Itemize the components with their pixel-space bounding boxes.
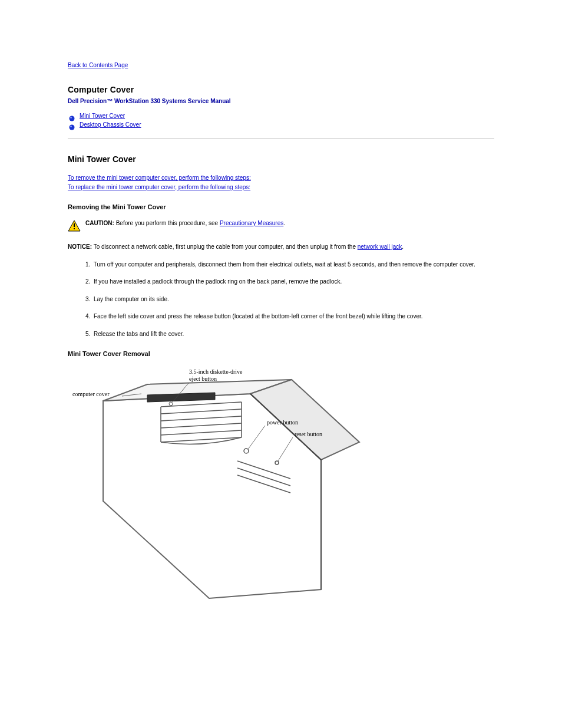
table-of-contents: Mini Tower Cover Desktop Chassis Cover [68,113,494,128]
step-1-text: Turn off your computer and peripherals, … [94,261,475,268]
label-power-button: power button [267,419,298,426]
bullet-icon [69,113,75,119]
notice-label: NOTICE: [68,243,92,250]
back-to-contents-link[interactable]: Back to Contents Page [68,62,128,68]
caution-text: CAUTION: Before you perform this procedu… [85,219,494,228]
svg-point-1 [70,117,72,118]
step-3: 3. Lay the computer on its side. [85,295,494,304]
remove-steps-link[interactable]: To remove the mini tower computer cover,… [68,174,251,181]
caution-body-after: . [283,220,285,226]
svg-point-0 [70,116,75,121]
label-computer-cover: computer cover [72,391,110,397]
step-3-text: Lay the computer on its side. [94,296,169,302]
divider [68,139,494,139]
notice-body-before: To disconnect a network cable, first unp… [94,243,358,250]
toc-item: Mini Tower Cover [68,113,494,119]
svg-point-2 [70,124,75,130]
section-heading-mini-tower: Mini Tower Cover [68,154,494,164]
caution-block: CAUTION: Before you perform this procedu… [68,219,494,234]
toc-link-mini-tower[interactable]: Mini Tower Cover [80,113,125,119]
step-4: 4. Face the left side cover and press th… [85,312,494,321]
label-reset-button: reset button [295,431,322,437]
toc-link-desktop[interactable]: Desktop Chassis Cover [80,121,141,128]
network-wall-jack-link[interactable]: network wall jack [358,243,402,250]
subsection-heading-removal: Removing the Mini Tower Cover [68,203,494,210]
notice-block: NOTICE: To disconnect a network cable, f… [68,242,494,252]
caution-body-before: Before you perform this procedure, see [116,220,220,226]
label-eject-line2: eject button [189,375,217,382]
step-5-text: Release the tabs and lift the cover. [94,331,184,337]
step-1: 1. Turn off your computer and peripheral… [85,260,494,269]
label-eject-line1: 3.5-inch diskette-drive [189,368,243,375]
intro-text: To remove the mini tower computer cover,… [68,173,494,192]
replace-steps-link[interactable]: To replace the mini tower computer cover… [68,184,250,190]
precautionary-measures-link[interactable]: Precautionary Measures [220,220,283,226]
step-4-text: Face the left side cover and press the r… [94,313,423,319]
step-2: 2. If you have installed a padlock throu… [85,277,494,286]
svg-rect-6 [74,228,75,229]
page-title: Computer Cover [68,85,494,94]
caution-label: CAUTION: [85,220,114,226]
svg-rect-5 [74,223,75,227]
bullet-icon [69,122,75,128]
label-eject-button: 3.5-inch diskette-drive eject button [189,368,244,382]
cover-removal-diagram: computer cover 3.5-inch diskette-drive e… [68,365,494,604]
toc-item: Desktop Chassis Cover [68,121,494,128]
step-5: 5. Release the tabs and lift the cover. [85,330,494,339]
notice-body-after: . [402,243,404,250]
diagram-heading: Mini Tower Cover Removal [68,350,494,357]
caution-icon [68,220,83,234]
manual-subtitle: Dell Precision™ WorkStation 330 Systems … [68,98,494,104]
step-2-text: If you have installed a padlock through … [94,278,342,285]
svg-point-3 [70,126,72,127]
